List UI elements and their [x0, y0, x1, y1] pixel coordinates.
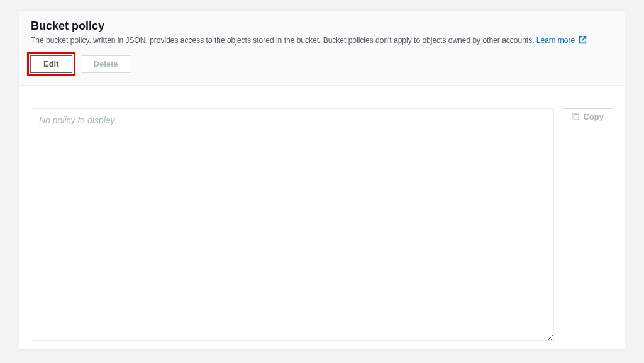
edit-highlight: Edit [27, 52, 75, 76]
panel-title: Bucket policy [31, 20, 613, 33]
panel-body: No policy to display. Copy [19, 86, 625, 352]
panel-description: The bucket policy, written in JSON, prov… [31, 35, 613, 47]
delete-button: Delete [80, 55, 131, 73]
copy-icon [571, 112, 580, 121]
button-row: Edit Delete [31, 52, 613, 76]
external-link-icon [579, 36, 587, 47]
policy-textarea[interactable]: No policy to display. [31, 108, 554, 341]
edit-button[interactable]: Edit [30, 55, 72, 73]
learn-more-link[interactable]: Learn more [536, 36, 587, 45]
copy-button: Copy [562, 108, 614, 125]
description-text: The bucket policy, written in JSON, prov… [31, 36, 536, 45]
svg-rect-0 [574, 115, 579, 120]
learn-more-text: Learn more [536, 36, 575, 45]
panel-header: Bucket policy The bucket policy, written… [19, 11, 625, 86]
copy-label: Copy [584, 112, 604, 121]
policy-placeholder: No policy to display. [39, 115, 116, 125]
bucket-policy-panel: Bucket policy The bucket policy, written… [19, 10, 625, 350]
